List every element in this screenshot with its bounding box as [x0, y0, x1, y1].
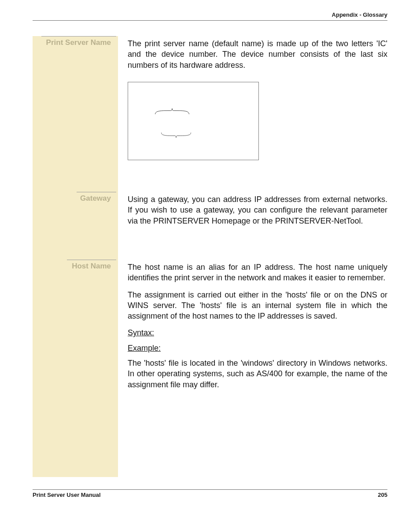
header-rule [33, 20, 387, 21]
header-title: Appendix - Glossary [332, 11, 387, 18]
diagram-box [128, 82, 259, 160]
body-text: Using a gateway, you can address IP addr… [128, 194, 387, 226]
body-text: The assignment is carried out either in … [128, 290, 387, 322]
brace-bottom-icon [161, 132, 192, 139]
term-print-server-name: Print Server Name [46, 38, 111, 47]
footer: Print Server User Manual 205 [33, 489, 387, 498]
syntax-heading: Syntax: [128, 327, 387, 338]
footer-manual-title: Print Server User Manual [33, 492, 101, 498]
footer-rule [33, 489, 387, 490]
body-text: The host name is an alias for an IP addr… [128, 262, 387, 283]
body-text: The 'hosts' file is located in the 'wind… [128, 358, 387, 390]
sidebar-background [33, 36, 118, 477]
page: Appendix - Glossary Print Server Name Th… [0, 0, 420, 514]
body-text: The print server name (default name) is … [128, 38, 387, 70]
footer-page-number: 205 [378, 492, 387, 498]
term-gateway: Gateway [80, 194, 111, 202]
example-heading: Example: [128, 343, 387, 353]
term-host-name: Host Name [72, 262, 111, 270]
brace-top-icon [154, 108, 191, 115]
